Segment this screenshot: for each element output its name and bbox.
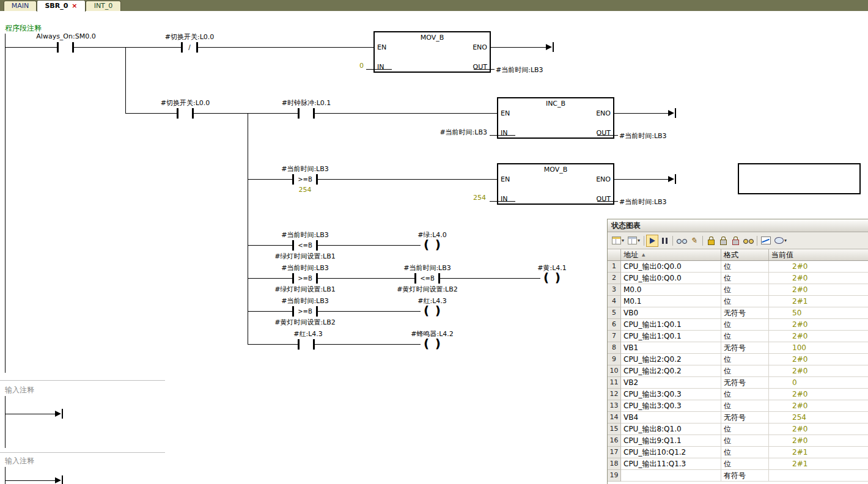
row-number-header[interactable] bbox=[608, 249, 621, 260]
contact-clock-pulse[interactable] bbox=[298, 108, 315, 119]
tab-main[interactable]: MAIN bbox=[4, 1, 37, 11]
address-cell[interactable] bbox=[621, 470, 721, 482]
status-chart-title[interactable]: 状态图表 bbox=[608, 219, 868, 232]
value-cell[interactable] bbox=[769, 470, 868, 482]
row-number-cell[interactable]: 17 bbox=[608, 447, 621, 458]
value-cell[interactable]: 2#1 bbox=[769, 296, 868, 307]
chevron-down-icon[interactable]: ▾ bbox=[638, 238, 640, 243]
coil-red[interactable]: () bbox=[421, 304, 444, 318]
format-cell[interactable]: 位 bbox=[721, 389, 769, 400]
format-cell[interactable]: 位 bbox=[721, 365, 769, 377]
address-cell[interactable]: CPU_输出3:Q0.3 bbox=[621, 400, 721, 412]
row-number-cell[interactable]: 2 bbox=[608, 273, 621, 284]
address-cell[interactable]: CPU_输出9:Q1.1 bbox=[621, 435, 721, 447]
format-cell[interactable]: 位 bbox=[721, 435, 769, 447]
value-cell[interactable]: 2#0 bbox=[769, 424, 868, 435]
format-cell[interactable]: 位 bbox=[721, 284, 769, 296]
table-row[interactable]: 8 VB1 无符号 100 bbox=[608, 342, 868, 354]
row-number-cell[interactable]: 7 bbox=[608, 331, 621, 342]
value-cell[interactable]: 2#0 bbox=[769, 331, 868, 342]
execution-status-button[interactable]: ▾ bbox=[773, 235, 789, 247]
out-operand[interactable]: #当前时间:LB3 bbox=[619, 131, 667, 141]
contact-operand[interactable]: #切换开关:L0.0 bbox=[153, 32, 226, 42]
value-cell[interactable]: 50 bbox=[769, 307, 868, 319]
address-cell[interactable]: CPU_输出10:Q1.2 bbox=[621, 447, 721, 458]
address-cell[interactable]: VB2 bbox=[621, 377, 721, 389]
unforce-all-button[interactable] bbox=[729, 235, 741, 247]
trend-view-button[interactable] bbox=[759, 235, 773, 247]
format-cell[interactable]: 位 bbox=[721, 319, 769, 331]
address-cell[interactable]: CPU_输出0:Q0.0 bbox=[621, 261, 721, 273]
table-row[interactable]: 3 M0.0 位 2#0 bbox=[608, 284, 868, 296]
chart-status-on-button[interactable] bbox=[646, 235, 658, 247]
value-cell[interactable]: 2#1 bbox=[769, 447, 868, 458]
input-comment-1[interactable]: 输入注释 bbox=[5, 385, 34, 395]
compare-operand-bottom[interactable]: #绿灯时间设置:LB1 bbox=[250, 252, 360, 261]
address-cell[interactable]: CPU_输出2:Q0.2 bbox=[621, 365, 721, 377]
insert-chart-button[interactable]: ▾ bbox=[610, 235, 626, 247]
row-number-cell[interactable]: 8 bbox=[608, 342, 621, 354]
function-box-mov-b-1[interactable]: MOV_B EN ENO IN OUT bbox=[373, 31, 491, 73]
format-cell[interactable]: 位 bbox=[721, 261, 769, 273]
row-number-cell[interactable]: 6 bbox=[608, 319, 621, 331]
read-all-button[interactable] bbox=[675, 235, 688, 247]
row-number-cell[interactable]: 5 bbox=[608, 307, 621, 319]
coil-buzzer[interactable]: () bbox=[421, 337, 444, 351]
out-operand[interactable]: #当前时间:LB3 bbox=[496, 65, 543, 75]
row-number-cell[interactable]: 9 bbox=[608, 354, 621, 365]
value-cell[interactable]: 2#0 bbox=[769, 435, 868, 447]
table-row[interactable]: 14 VB4 无符号 254 bbox=[608, 412, 868, 424]
value-cell[interactable]: 2#0 bbox=[769, 319, 868, 331]
contact-always-on[interactable] bbox=[57, 42, 74, 53]
pause-chart-button[interactable] bbox=[658, 235, 671, 247]
value-cell[interactable]: 2#0 bbox=[769, 400, 868, 412]
row-number-cell[interactable]: 16 bbox=[608, 435, 621, 447]
coil-operand[interactable]: #蜂鸣器:L4.2 bbox=[389, 329, 475, 339]
compare-operand-bottom[interactable]: 254 bbox=[268, 186, 342, 194]
value-cell[interactable]: 2#0 bbox=[769, 354, 868, 365]
value-cell[interactable]: 100 bbox=[769, 342, 868, 354]
address-cell[interactable]: CPU_输出1:Q0.1 bbox=[621, 319, 721, 331]
coil-operand[interactable]: #黄:L4.1 bbox=[515, 263, 589, 273]
delete-chart-button[interactable]: ▾ bbox=[626, 235, 642, 247]
tab-int0[interactable]: INT_0 bbox=[86, 1, 121, 11]
format-cell[interactable]: 无符号 bbox=[721, 377, 769, 389]
compare-operand-top[interactable]: #当前时间:LB3 bbox=[391, 263, 464, 273]
row-number-cell[interactable]: 18 bbox=[608, 458, 621, 470]
force-button[interactable] bbox=[705, 235, 717, 247]
format-cell[interactable]: 无符号 bbox=[721, 412, 769, 424]
contact-operand[interactable]: Always_On:SM0.0 bbox=[29, 32, 103, 40]
format-cell[interactable]: 无符号 bbox=[721, 342, 769, 354]
format-cell[interactable]: 位 bbox=[721, 273, 769, 284]
address-cell[interactable]: CPU_输出0:Q0.0 bbox=[621, 273, 721, 284]
write-all-button[interactable] bbox=[688, 235, 701, 247]
value-cell[interactable]: 2#0 bbox=[769, 365, 868, 377]
contact-operand[interactable]: #红:L4.3 bbox=[271, 329, 345, 339]
format-cell[interactable]: 无符号 bbox=[721, 307, 769, 319]
address-cell[interactable]: CPU_输出8:Q1.0 bbox=[621, 424, 721, 435]
contact-operand[interactable]: #切换开关:L0.0 bbox=[149, 98, 222, 108]
table-row[interactable]: 10 CPU_输出2:Q0.2 位 2#0 bbox=[608, 365, 868, 377]
read-force-button[interactable] bbox=[741, 235, 755, 247]
compare-contact-gte[interactable]: >=B bbox=[292, 306, 318, 317]
format-header[interactable]: 格式 bbox=[721, 249, 769, 260]
value-cell[interactable]: 254 bbox=[769, 412, 868, 424]
value-cell[interactable]: 2#0 bbox=[769, 261, 868, 273]
table-row[interactable]: 17 CPU_输出10:Q1.2 位 2#1 bbox=[608, 447, 868, 458]
in-operand[interactable]: 0 bbox=[340, 62, 364, 70]
format-cell[interactable]: 位 bbox=[721, 331, 769, 342]
value-cell[interactable]: 2#0 bbox=[769, 284, 868, 296]
table-row[interactable]: 4 M0.1 位 2#1 bbox=[608, 296, 868, 307]
compare-operand-bottom[interactable]: #黄灯时间设置:LB2 bbox=[250, 318, 360, 327]
row-number-cell[interactable]: 13 bbox=[608, 400, 621, 412]
table-row[interactable]: 7 CPU_输出1:Q0.1 位 2#0 bbox=[608, 331, 868, 342]
row-number-cell[interactable]: 14 bbox=[608, 412, 621, 424]
table-row[interactable]: 2 CPU_输出0:Q0.0 位 2#0 bbox=[608, 273, 868, 284]
close-icon[interactable]: × bbox=[72, 2, 77, 10]
chevron-down-icon[interactable]: ▾ bbox=[622, 238, 624, 243]
format-cell[interactable]: 位 bbox=[721, 424, 769, 435]
value-header[interactable]: 当前值 bbox=[769, 249, 868, 260]
compare-operand-top[interactable]: #当前时间:LB3 bbox=[268, 296, 342, 306]
coil-green[interactable]: () bbox=[421, 238, 444, 252]
table-row[interactable]: 12 CPU_输出3:Q0.3 位 2#0 bbox=[608, 389, 868, 400]
